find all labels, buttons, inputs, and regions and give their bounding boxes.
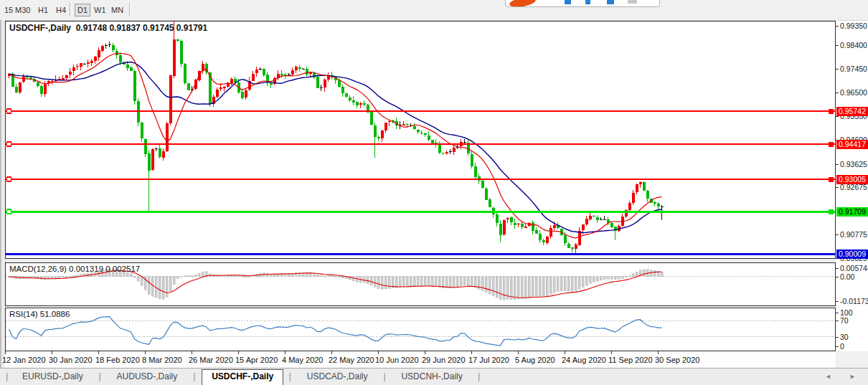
date-tick [5,351,6,354]
slow-ma-line [9,62,662,233]
date-label: 4 May 2020 [282,356,323,364]
macd-values: 0.001319 0.002517 [69,265,140,273]
chart-ohlc-values: 0.91748 0.91837 0.91745 0.91791 [76,23,208,33]
rsi-chart [6,308,835,351]
date-tick [192,351,192,354]
price-chart-panel[interactable]: USDCHF-,Daily 0.91748 0.91837 0.91745 0.… [5,21,836,259]
hline-0.95742[interactable] [6,109,835,113]
timeframe-button-w1[interactable]: W1 [92,4,108,16]
chart-tab-bar: |EURUSD-,Daily|AUDUSD-,Daily|USDCHF-,Dai… [0,368,868,385]
price-badge-0.90009[interactable]: 0.90009 [836,249,868,259]
hline-right-handle [829,142,833,146]
price-axis-tick [836,69,839,70]
macd-name: MACD(12,26,9) [9,265,67,273]
timeframe-button-h4[interactable]: H4 [54,4,68,16]
rsi-label: RSI(14) 51.0886 [9,310,70,318]
date-label: 22 May 2020 [329,356,374,364]
tab-separator: | [289,371,291,381]
date-tick [378,351,379,354]
macd-axis-label: -0.011738 [840,297,868,305]
rsi-axis-tick [836,313,839,313]
price-axis-label: 0.96500 [840,88,867,97]
candlestick-chart[interactable] [6,22,835,258]
date-tick [98,351,99,354]
tab-scroll-left-button[interactable]: ◄ [825,373,831,380]
date-axis[interactable]: 12 Jan 202030 Jan 202018 Feb 20208 Mar 2… [5,351,836,368]
date-label: 5 Aug 2020 [515,356,555,364]
tab-usdcad-daily[interactable]: USDCAD-,Daily [298,370,377,384]
rsi-axis-label: 30 [840,333,849,341]
rsi-axis-tick [836,346,839,347]
price-axis-tick [836,116,839,117]
logo-blue-glyph-icon [585,0,590,4]
tab-eurusd-daily[interactable]: EURUSD-,Daily [13,370,93,384]
price-badge-0.93005[interactable]: 0.93005 [836,175,868,184]
hline-0.93005[interactable] [6,177,835,181]
rsi-axis-tick [836,337,839,338]
date-tick [611,351,612,354]
tab-audusd-daily[interactable]: AUDUSD-,Daily [108,370,187,384]
timeframe-button-d1[interactable]: D1 [75,4,90,16]
price-axis-tick [836,26,839,27]
hline-left-handle [7,209,11,214]
rsi-indicator-panel[interactable]: RSI(14) 51.0886 [5,308,836,351]
hline-left-handle [7,142,11,146]
hline-right-handle [829,209,833,214]
hline-0.91709[interactable] [6,209,835,214]
tab-usdchf-daily[interactable]: USDCHF-,Daily [202,369,283,385]
tab-usdcnh-daily[interactable]: USDCNH-,Daily [392,370,471,384]
price-axis-tick [836,258,839,259]
timeframe-button-h1[interactable]: H1 [36,4,50,16]
price-badge-0.91709[interactable]: 0.91709 [836,207,868,217]
tab-separator: | [193,371,195,381]
price-axis-tick [836,45,839,46]
macd-axis-label: 0.005744 [840,264,868,272]
chart-symbol-period: USDCHF-,Daily [9,23,71,33]
rsi-line [9,317,662,346]
timeframe-button-mn[interactable]: MN [109,4,126,16]
price-axis-label: 0.90775 [840,230,867,239]
date-label: 24 Aug 2020 [562,356,606,364]
candles [8,22,664,254]
price-axis-tick [836,164,839,165]
rsi-value: 51.0886 [40,310,70,318]
timeframe-button-m30[interactable]: M30 [13,4,32,16]
rsi-axis-label: 70 [840,316,849,325]
price-axis-tick [836,187,839,188]
price-axis[interactable]: 0.993500.984000.974500.965000.955500.946… [836,21,868,351]
macd-axis-tick [836,268,839,269]
rsi-name: RSI(14) [9,310,38,318]
tab-separator: | [383,371,385,381]
macd-axis-label: 0.00 [840,272,854,281]
date-tick [238,351,239,354]
price-axis-tick [836,92,839,93]
hline-right-handle [829,177,833,181]
hline-left-handle [7,177,11,181]
hline-right-handle [829,109,833,113]
tab-separator: | [6,371,8,381]
date-label: 12 Jan 2020 [2,356,46,364]
date-tick [658,351,659,354]
toolbar-separator [129,3,130,16]
price-axis-label: 0.92675 [840,183,867,191]
macd-axis-tick [836,277,839,277]
timeframe-toolbar: 15M30H1H4D1W1MN [0,0,868,21]
date-label: 30 Sep 2020 [655,356,699,364]
date-tick [145,351,146,354]
price-badge-0.94417[interactable]: 0.94417 [836,140,868,149]
logo-blue-glyph-icon [607,0,614,4]
macd-indicator-panel[interactable]: MACD(12,26,9) 0.001319 0.002517 [5,262,836,306]
logo-gray-glyph-icon [628,0,637,4]
tab-scroll-right-button[interactable]: ► [849,373,856,380]
price-axis-label: 0.97450 [840,65,867,73]
date-tick [425,351,425,354]
hline-0.94417[interactable] [6,142,835,146]
price-badge-0.95742[interactable]: 0.95742 [836,107,868,116]
macd-axis-tick [836,301,839,302]
logo-blue-glyph-icon [565,0,571,4]
rsi-axis-label: 0 [840,342,844,351]
macd-histogram [8,269,663,300]
logo-orange-swoosh-icon [509,0,537,7]
date-tick [285,351,286,354]
date-label: 30 Jan 2020 [49,356,93,364]
